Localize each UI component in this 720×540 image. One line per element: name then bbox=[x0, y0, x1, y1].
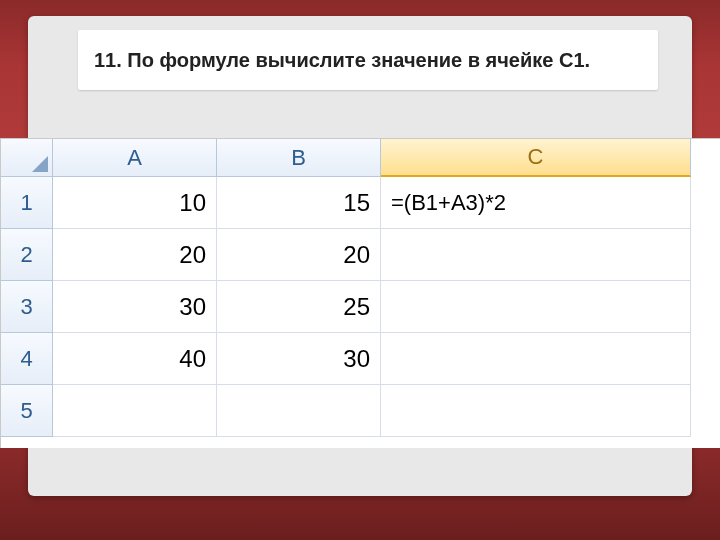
table-row: 3 30 25 bbox=[1, 281, 720, 333]
table-row: 1 10 15 =(B1+A3)*2 bbox=[1, 177, 720, 229]
cell-C2[interactable] bbox=[381, 229, 691, 281]
cell-B4[interactable]: 30 bbox=[217, 333, 381, 385]
row-header-2[interactable]: 2 bbox=[1, 229, 53, 281]
cell-A2[interactable]: 20 bbox=[53, 229, 217, 281]
row-header-4[interactable]: 4 bbox=[1, 333, 53, 385]
table-row: 5 bbox=[1, 385, 720, 437]
spreadsheet: A B C 1 10 15 =(B1+A3)*2 2 20 20 3 30 25… bbox=[0, 138, 720, 448]
table-row: 2 20 20 bbox=[1, 229, 720, 281]
cell-C4[interactable] bbox=[381, 333, 691, 385]
cell-A1[interactable]: 10 bbox=[53, 177, 217, 229]
cell-C3[interactable] bbox=[381, 281, 691, 333]
column-header-row: A B C bbox=[1, 139, 720, 177]
cell-C1[interactable]: =(B1+A3)*2 bbox=[381, 177, 691, 229]
col-header-C[interactable]: C bbox=[381, 139, 691, 177]
cell-A5[interactable] bbox=[53, 385, 217, 437]
title-bar: 11. По формуле вычислите значение в ячей… bbox=[78, 30, 658, 90]
row-header-1[interactable]: 1 bbox=[1, 177, 53, 229]
col-header-B[interactable]: B bbox=[217, 139, 381, 177]
cell-B3[interactable]: 25 bbox=[217, 281, 381, 333]
cell-B1[interactable]: 15 bbox=[217, 177, 381, 229]
table-row: 4 40 30 bbox=[1, 333, 720, 385]
row-header-3[interactable]: 3 bbox=[1, 281, 53, 333]
col-header-A[interactable]: A bbox=[53, 139, 217, 177]
row-header-5[interactable]: 5 bbox=[1, 385, 53, 437]
cell-C5[interactable] bbox=[381, 385, 691, 437]
cell-A3[interactable]: 30 bbox=[53, 281, 217, 333]
cell-B5[interactable] bbox=[217, 385, 381, 437]
question-text: 11. По формуле вычислите значение в ячей… bbox=[94, 49, 590, 72]
cell-A4[interactable]: 40 bbox=[53, 333, 217, 385]
cell-B2[interactable]: 20 bbox=[217, 229, 381, 281]
select-all-corner[interactable] bbox=[1, 139, 53, 177]
